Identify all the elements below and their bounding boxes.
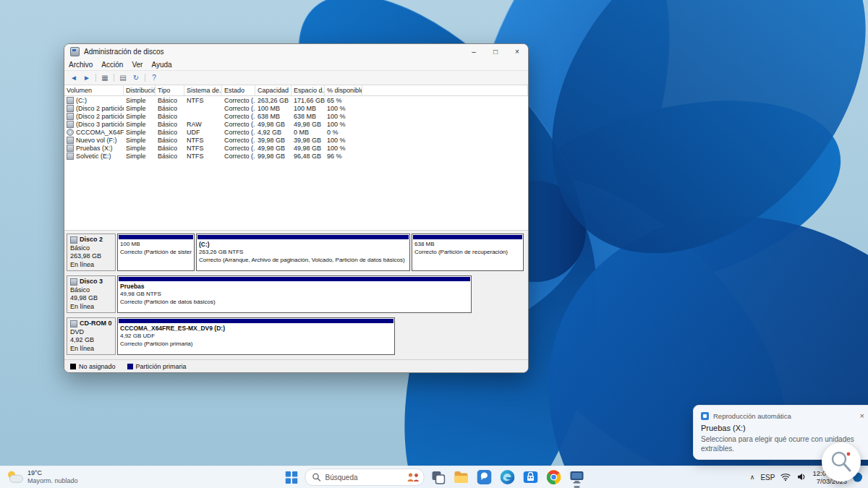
task-view-icon[interactable] xyxy=(429,468,448,487)
volume-icon xyxy=(67,145,74,152)
disk-icon xyxy=(70,236,77,244)
search-placeholder: Búsqueda xyxy=(326,474,358,481)
menu-archivo[interactable]: Archivo xyxy=(64,61,97,69)
toast-close-button[interactable]: × xyxy=(859,411,866,420)
legend-swatch-primary xyxy=(127,364,133,369)
partition-c[interactable]: (C:) 263,26 GB NTFS Correcto (Arranque, … xyxy=(196,234,410,271)
weather-condition: Mayorm. nublado xyxy=(27,477,78,485)
graphical-view: Disco 2 Básico 263,98 GB En línea 100 MB… xyxy=(64,231,528,355)
disk-partitions: 100 MB Correcto (Partición de sistema) (… xyxy=(117,234,524,271)
window-title: Administración de discos xyxy=(84,48,164,56)
wifi-icon[interactable] xyxy=(780,473,791,481)
disk-management-app-icon xyxy=(70,47,80,56)
edge-icon[interactable] xyxy=(498,468,517,487)
cd-volume-icon xyxy=(67,129,74,136)
menu-ayuda[interactable]: Ayuda xyxy=(147,61,176,69)
volume-row[interactable]: (Disco 3 partición 2) Simple Básico RAW … xyxy=(64,120,528,128)
column-header-volumen[interactable]: Volumen xyxy=(64,85,124,96)
legend-swatch-unallocated xyxy=(70,364,76,369)
column-header-distribucion[interactable]: Distribución xyxy=(124,85,156,96)
help-button[interactable]: ? xyxy=(148,72,161,83)
volume-row[interactable]: CCCOMA_X64FRE... Simple Básico UDF Corre… xyxy=(64,128,528,136)
tray-chevron-icon[interactable]: ∧ xyxy=(750,474,755,481)
partition-color-bar xyxy=(119,277,470,281)
toast-title: Reproducción automática xyxy=(713,412,791,420)
toast-header: Reproducción automática × xyxy=(701,411,866,420)
weather-icon xyxy=(7,471,23,484)
menubar: Archivo Acción Ver Ayuda xyxy=(64,59,528,70)
partition-pruebas[interactable]: Pruebas 49,98 GB NTFS Correcto (Partició… xyxy=(117,275,472,313)
start-button[interactable] xyxy=(282,468,301,487)
disk-management-taskbar-icon[interactable] xyxy=(568,468,587,487)
menu-ver[interactable]: Ver xyxy=(127,61,147,69)
volume-icon xyxy=(67,113,74,120)
refresh-button[interactable]: ↻ xyxy=(129,72,142,83)
window-controls: – □ × xyxy=(463,44,528,59)
disk-partitions: CCCOMA_X64FRE_ES-MX_DV9 (D:) 4,92 GB UDF… xyxy=(117,317,519,355)
partition-color-bar xyxy=(197,235,409,239)
volume-icon xyxy=(67,153,74,160)
close-button[interactable]: × xyxy=(506,44,528,59)
disk-row-disco2: Disco 2 Básico 263,98 GB En línea 100 MB… xyxy=(67,234,519,271)
chrome-icon[interactable] xyxy=(545,468,563,487)
volume-row[interactable]: (C:) Simple Básico NTFS Correcto (... 26… xyxy=(64,96,528,104)
disk-label-disco3[interactable]: Disco 3 Básico 49,98 GB En línea xyxy=(67,275,116,313)
partition-dvd[interactable]: CCCOMA_X64FRE_ES-MX_DV9 (D:) 4,92 GB UDF… xyxy=(117,317,395,355)
partition-recovery[interactable]: 638 MB Correcto (Partición de recuperaci… xyxy=(412,234,524,271)
search-highlights-doodle[interactable] xyxy=(822,442,861,481)
toolbar: ◄ ► ▦ ▤ ↻ ? xyxy=(64,70,528,85)
taskbar: 19°C Mayorm. nublado Búsqueda xyxy=(0,466,868,488)
toast-heading: Pruebas (X:) xyxy=(701,424,866,432)
weather-widget[interactable]: 19°C Mayorm. nublado xyxy=(7,469,78,486)
minimize-button[interactable]: – xyxy=(463,44,485,59)
partition-color-bar xyxy=(119,319,393,323)
volume-row[interactable]: Pruebas (X:) Simple Básico NTFS Correcto… xyxy=(64,144,528,152)
forward-button[interactable]: ► xyxy=(80,72,93,83)
menu-accion[interactable]: Acción xyxy=(97,61,127,69)
volume-icon xyxy=(67,97,74,104)
disk-partitions: Pruebas 49,98 GB NTFS Correcto (Partició… xyxy=(117,275,519,313)
toolbar-separator xyxy=(114,74,114,82)
search-box[interactable]: Búsqueda xyxy=(305,468,425,486)
volume-row[interactable]: Nuevo vol (F:) Simple Básico NTFS Correc… xyxy=(64,136,528,144)
volume-icon xyxy=(67,137,74,144)
volume-row[interactable]: (Disco 2 partición 4) Simple Básico Corr… xyxy=(64,112,528,120)
disk-icon xyxy=(70,278,77,286)
volume-row[interactable]: (Disco 2 partición 1) Simple Básico Corr… xyxy=(64,104,528,112)
column-header-sistema[interactable]: Sistema de... xyxy=(184,85,222,96)
volume-icon xyxy=(67,105,74,112)
disk-label-cdrom0[interactable]: CD-ROM 0 DVD 4,92 GB En línea xyxy=(67,317,116,355)
column-header-tipo[interactable]: Tipo xyxy=(156,85,184,96)
autoplay-icon xyxy=(701,412,709,420)
partition-system[interactable]: 100 MB Correcto (Partición de sistema) xyxy=(117,234,195,271)
properties-button[interactable]: ▤ xyxy=(116,72,129,83)
disk-management-window: Administración de discos – □ × Archivo A… xyxy=(64,43,529,373)
taskbar-center: Búsqueda xyxy=(282,468,587,487)
column-header-espacio[interactable]: Espacio d... xyxy=(292,85,325,96)
store-icon[interactable] xyxy=(522,468,540,487)
maximize-button[interactable]: □ xyxy=(485,44,506,59)
toolbar-separator xyxy=(95,74,96,82)
column-header-estado[interactable]: Estado xyxy=(222,85,255,96)
language-indicator[interactable]: ESP xyxy=(760,474,775,481)
volume-icon[interactable] xyxy=(796,473,807,481)
legend-primary-partition: Partición primaria xyxy=(127,363,187,370)
column-header-disponible[interactable]: % disponible xyxy=(325,85,362,96)
back-button[interactable]: ◄ xyxy=(67,72,80,83)
titlebar: Administración de discos – □ × xyxy=(64,44,528,59)
console-tree-button[interactable]: ▦ xyxy=(98,72,111,83)
weather-temp: 19°C xyxy=(27,469,78,477)
search-highlights-icon xyxy=(407,472,421,482)
volume-icon xyxy=(67,121,74,128)
chat-icon[interactable] xyxy=(475,468,494,487)
legend-unallocated: No asignado xyxy=(70,363,116,370)
legend-bar: No asignado Partición primaria xyxy=(64,359,528,372)
partition-color-bar xyxy=(413,235,522,239)
disk-label-disco2[interactable]: Disco 2 Básico 263,98 GB En línea xyxy=(67,234,116,271)
cd-drive-icon xyxy=(70,320,77,328)
column-header-capacidad[interactable]: Capacidad xyxy=(255,85,292,96)
search-icon xyxy=(312,473,321,481)
file-explorer-icon[interactable] xyxy=(452,468,471,487)
volume-row[interactable]: Solvetic (E:) Simple Básico NTFS Correct… xyxy=(64,152,528,160)
disk-row-disco3: Disco 3 Básico 49,98 GB En línea Pruebas… xyxy=(67,275,519,313)
